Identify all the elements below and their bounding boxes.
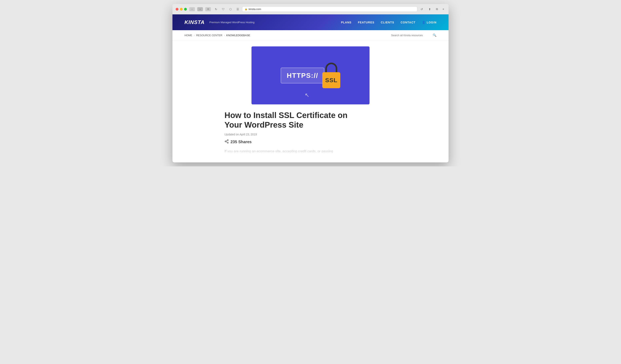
breadcrumb-sep-2: › xyxy=(224,34,225,36)
https-text: HTTPS:// xyxy=(281,67,324,83)
browser-window: ‹ › ⊟ ↻ 🛡 ⬡ ☰ 🔒 kinsta.com ↺ ⬆ ⧉ + KINST… xyxy=(172,4,448,162)
breadcrumb-knowledgebase[interactable]: KNOWLEDGEBASE xyxy=(226,34,250,37)
browser-titlebar: ‹ › ⊟ ↻ 🛡 ⬡ ☰ 🔒 kinsta.com ↺ ⬆ ⧉ + xyxy=(172,4,448,14)
address-bar-container: ↻ 🛡 ⬡ ☰ 🔒 kinsta.com ↺ xyxy=(213,6,425,12)
extension-icon[interactable]: ⬡ xyxy=(228,7,233,11)
header-tagline: Premium Managed WordPress Hosting xyxy=(209,21,255,24)
article-title-line1: How to Install SSL Certificate on xyxy=(224,111,347,120)
nav-contact[interactable]: CONTACT xyxy=(400,21,415,24)
search-icon[interactable]: 🔍 xyxy=(433,33,436,37)
lock-icon: 🔒 xyxy=(245,8,247,10)
refresh-icon[interactable]: ↻ xyxy=(213,7,219,11)
hero-image: HTTPS:// SSL ↖ xyxy=(252,46,369,104)
breadcrumb-home[interactable]: HOME xyxy=(185,34,192,37)
minimize-button[interactable] xyxy=(180,8,183,11)
header-left: KINSTA Premium Managed WordPress Hosting xyxy=(185,19,255,25)
cursor-arrow: ↖ xyxy=(305,92,309,99)
reload-icon[interactable]: ↺ xyxy=(419,7,425,11)
maximize-button[interactable] xyxy=(184,8,187,11)
site-header: KINSTA Premium Managed WordPress Hosting… xyxy=(172,14,448,30)
padlock-shackle xyxy=(325,63,337,73)
back-button[interactable]: ‹ xyxy=(189,7,195,11)
search-bar: 🔍 xyxy=(391,33,436,37)
hero-inner: HTTPS:// SSL ↖ xyxy=(252,46,369,104)
breadcrumb-resource-center[interactable]: RESOURCE CENTER xyxy=(196,34,223,37)
login-button[interactable]: 👤 LOGIN xyxy=(422,21,436,24)
hamburger-icon[interactable]: ☰ xyxy=(235,7,241,11)
nav-plans[interactable]: PLANS xyxy=(341,21,351,24)
header-nav: PLANS FEATURES CLIENTS CONTACT 👤 LOGIN xyxy=(341,21,436,24)
article-intro: If you are running an ecommerce site, ac… xyxy=(224,149,397,154)
padlock-body: SSL xyxy=(322,72,340,88)
site-logo[interactable]: KINSTA xyxy=(185,19,205,25)
article-intro-container: If you are running an ecommerce site, ac… xyxy=(224,149,397,154)
main-content: HTTPS:// SSL ↖ How to Install SSL Certif… xyxy=(221,40,400,162)
shield-icon[interactable]: 🛡 xyxy=(221,7,226,11)
search-input[interactable] xyxy=(391,34,431,37)
share-icon[interactable]: ⬆ xyxy=(427,7,432,11)
article-title-line2: Your WordPress Site xyxy=(224,120,303,129)
breadcrumb-bar: HOME › RESOURCE CENTER › KNOWLEDGEBASE 🔍 xyxy=(172,30,448,40)
padlock: SSL xyxy=(322,63,340,88)
url-text: kinsta.com xyxy=(249,8,261,11)
breadcrumb: HOME › RESOURCE CENTER › KNOWLEDGEBASE xyxy=(185,34,250,37)
nav-features[interactable]: FEATURES xyxy=(358,21,374,24)
sidebar-button[interactable]: ⊟ xyxy=(205,7,211,11)
tab-bar-right: ⬆ ⧉ + xyxy=(427,7,445,11)
nav-clients[interactable]: CLIENTS xyxy=(381,21,394,24)
traffic-lights xyxy=(176,8,187,11)
user-icon: 👤 xyxy=(422,21,426,24)
address-bar[interactable]: 🔒 kinsta.com xyxy=(242,6,417,12)
site-content: KINSTA Premium Managed WordPress Hosting… xyxy=(172,14,448,162)
breadcrumb-sep-1: › xyxy=(194,34,195,36)
duplicate-icon[interactable]: ⧉ xyxy=(434,7,440,11)
forward-button[interactable]: › xyxy=(197,7,203,11)
article-title: How to Install SSL Certificate on Your W… xyxy=(224,110,397,130)
article-meta: Updated on April 23, 2019 xyxy=(224,133,397,136)
svg-line-4 xyxy=(226,140,227,141)
close-button[interactable] xyxy=(176,8,178,11)
new-tab-button[interactable]: + xyxy=(441,7,445,11)
login-label: LOGIN xyxy=(427,21,436,24)
